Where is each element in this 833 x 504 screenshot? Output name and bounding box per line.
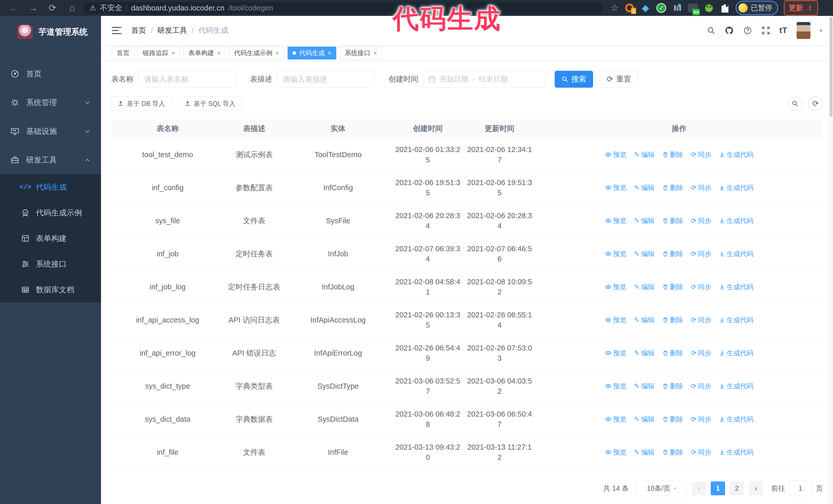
sync-link[interactable]: ⟳ 同步 [691, 447, 712, 457]
sidebar-item-home[interactable]: 首页 [0, 59, 101, 88]
delete-link[interactable]: 删除 [662, 216, 683, 226]
user-avatar[interactable] [796, 22, 810, 39]
close-icon[interactable]: × [374, 50, 377, 56]
tab-home[interactable]: 首页 [112, 47, 134, 59]
close-icon[interactable]: × [171, 50, 175, 56]
preview-link[interactable]: 预览 [605, 315, 626, 325]
search-button[interactable]: 搜索 [555, 71, 593, 88]
delete-link[interactable]: 删除 [662, 282, 683, 292]
browser-reload-icon[interactable]: ⟳ [44, 0, 61, 16]
delete-link[interactable]: 删除 [662, 348, 683, 358]
generate-code-link[interactable]: 生成代码 [719, 249, 753, 259]
extension-icon-proxy[interactable]: 1 [624, 3, 635, 13]
sidebar-item-db-doc[interactable]: 数据库文档 [0, 277, 101, 303]
generate-code-link[interactable]: 生成代码 [719, 149, 753, 160]
tab-trace[interactable]: 链路追踪 × [138, 47, 180, 59]
profile-paused-pill[interactable]: 已暂停 [736, 1, 778, 15]
generate-code-link[interactable]: 生成代码 [719, 414, 753, 424]
preview-link[interactable]: 预览 [605, 282, 626, 292]
edit-link[interactable]: ✎ 编辑 [634, 149, 654, 160]
browser-menu-dots-icon[interactable]: ⋮ [807, 4, 813, 12]
sync-link[interactable]: ⟳ 同步 [691, 183, 712, 193]
edit-link[interactable]: ✎ 编辑 [634, 282, 654, 292]
sidebar-item-system-api[interactable]: 系统接口 [0, 251, 101, 277]
help-icon[interactable] [743, 26, 752, 35]
delete-link[interactable]: 删除 [662, 149, 683, 160]
delete-link[interactable]: 删除 [662, 183, 683, 193]
preview-link[interactable]: 预览 [605, 348, 626, 358]
tab-codegen[interactable]: 代码生成 × [288, 47, 336, 59]
preview-link[interactable]: 预览 [605, 249, 626, 259]
edit-link[interactable]: ✎ 编辑 [634, 249, 654, 259]
edit-link[interactable]: ✎ 编辑 [634, 414, 654, 424]
extensions-puzzle-button[interactable] [720, 3, 730, 13]
sync-link[interactable]: ⟳ 同步 [691, 348, 712, 358]
generate-code-link[interactable]: 生成代码 [719, 282, 753, 292]
sidebar-item-codegen[interactable]: </> 代码生成 [0, 174, 101, 200]
edit-link[interactable]: ✎ 编辑 [634, 348, 654, 358]
breadcrumb-item[interactable]: 研发工具 [158, 25, 187, 35]
edit-link[interactable]: ✎ 编辑 [634, 216, 654, 226]
refresh-table-button[interactable]: ⟳ [808, 96, 823, 111]
sync-link[interactable]: ⟳ 同步 [691, 315, 712, 325]
page-button-2[interactable]: 2 [730, 481, 744, 495]
edit-link[interactable]: ✎ 编辑 [634, 183, 654, 193]
next-page-button[interactable]: › [749, 481, 763, 495]
sidebar-item-infra[interactable]: 基础设施 [0, 117, 101, 146]
import-db-button[interactable]: 基于 DB 导入 [111, 96, 171, 111]
extension-icon-gem[interactable]: ◆ [640, 3, 650, 13]
sync-link[interactable]: ⟳ 同步 [691, 149, 712, 160]
address-bar[interactable]: ⚠ 不安全 dashboard.yudao.iocoder.cn/tool/co… [83, 2, 603, 14]
fullscreen-icon[interactable] [761, 26, 770, 35]
search-icon[interactable] [707, 26, 715, 35]
preview-link[interactable]: 预览 [605, 381, 626, 391]
edit-link[interactable]: ✎ 编辑 [634, 381, 654, 391]
bookmark-star-icon[interactable]: ☆ [611, 3, 619, 13]
delete-link[interactable]: 删除 [662, 249, 683, 259]
close-icon[interactable]: × [276, 50, 279, 56]
tab-system-api[interactable]: 系统接口 × [340, 47, 382, 59]
delete-link[interactable]: 删除 [662, 447, 683, 457]
generate-code-link[interactable]: 生成代码 [719, 315, 753, 325]
table-name-input[interactable] [138, 71, 236, 88]
sidebar-item-devtools[interactable]: 研发工具 [0, 146, 101, 174]
preview-link[interactable]: 预览 [605, 183, 626, 193]
extension-icon-animal[interactable] [704, 3, 714, 13]
tab-form-builder[interactable]: 表单构建 × [184, 47, 225, 59]
user-menu-caret-icon[interactable]: ▾ [820, 27, 822, 33]
sidebar-item-codegen-demo[interactable]: 代码生成示例 [0, 200, 101, 225]
tab-codegen-demo[interactable]: 代码生成示例 × [229, 47, 284, 59]
goto-page-input[interactable] [789, 481, 812, 496]
close-icon[interactable]: × [217, 50, 221, 56]
sidebar-item-system[interactable]: 系统管理 [0, 88, 101, 117]
sync-link[interactable]: ⟳ 同步 [691, 381, 712, 391]
extension-icon-onbox[interactable]: on [688, 3, 698, 13]
browser-forward-icon[interactable]: → [25, 0, 42, 16]
sync-link[interactable]: ⟳ 同步 [691, 282, 712, 292]
extension-icon-sliders[interactable] [672, 3, 682, 13]
generate-code-link[interactable]: 生成代码 [719, 183, 753, 193]
generate-code-link[interactable]: 生成代码 [719, 348, 753, 358]
edit-link[interactable]: ✎ 编辑 [634, 315, 654, 325]
sync-link[interactable]: ⟳ 同步 [691, 414, 712, 424]
github-icon[interactable] [724, 26, 734, 35]
extension-icon-check[interactable]: ✓ [656, 3, 666, 13]
generate-code-link[interactable]: 生成代码 [719, 447, 753, 457]
sidebar-item-form-builder[interactable]: 表单构建 [0, 225, 101, 251]
prev-page-button[interactable]: ‹ [692, 481, 706, 495]
scrollbar-thumb[interactable] [830, 17, 832, 117]
close-icon[interactable]: × [328, 50, 331, 56]
breadcrumb-item[interactable]: 首页 [131, 25, 146, 35]
generate-code-link[interactable]: 生成代码 [719, 381, 753, 391]
edit-link[interactable]: ✎ 编辑 [634, 447, 654, 457]
delete-link[interactable]: 删除 [662, 414, 683, 424]
reset-button[interactable]: ⟳ 重置 [600, 71, 638, 88]
delete-link[interactable]: 删除 [662, 315, 683, 325]
browser-update-button[interactable]: 更新 ⋮ [784, 0, 818, 16]
vertical-scrollbar[interactable] [829, 16, 833, 504]
sidebar-toggle-icon[interactable] [112, 27, 121, 34]
browser-back-icon[interactable]: ← [5, 0, 22, 16]
sync-link[interactable]: ⟳ 同步 [691, 216, 712, 226]
import-sql-button[interactable]: 基于 SQL 导入 [178, 96, 242, 111]
preview-link[interactable]: 预览 [605, 447, 626, 457]
